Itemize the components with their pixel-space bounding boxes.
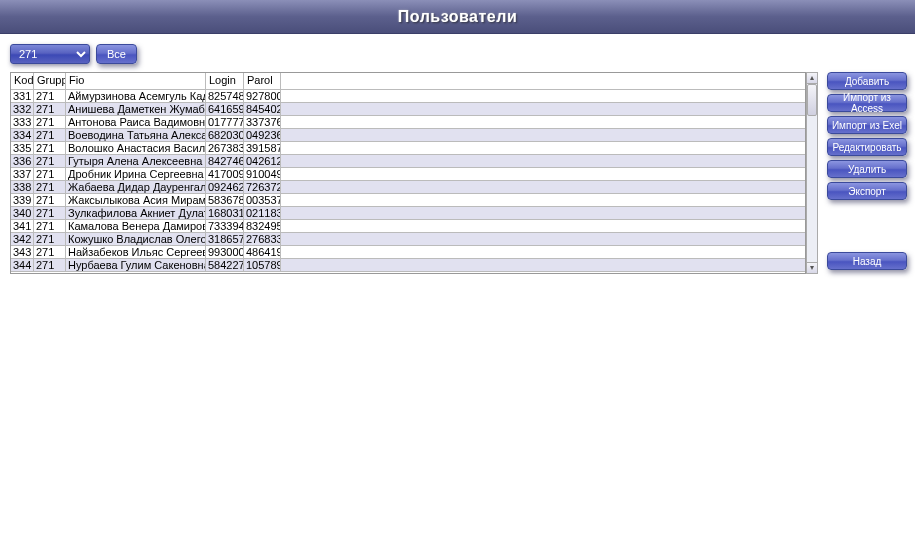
header-fio[interactable]: Fio [66, 73, 206, 89]
show-all-button[interactable]: Все [96, 44, 137, 64]
cell-kod[interactable]: 334 [11, 129, 34, 141]
table-row[interactable]: 335271Волошко Анастасия Васильевна267383… [11, 142, 805, 155]
cell-gruppa[interactable]: 271 [34, 142, 66, 154]
cell-fio[interactable]: Найзабеков Ильяс Сергеевич [66, 246, 206, 258]
header-gruppa[interactable]: Gruppa [34, 73, 66, 89]
scroll-thumb[interactable] [807, 84, 817, 116]
cell-login[interactable]: 82574803 [206, 90, 244, 102]
cell-gruppa[interactable]: 271 [34, 259, 66, 271]
table-row[interactable]: 338271Жабаева Дидар Дауренгалиевна092462… [11, 181, 805, 194]
table-row[interactable]: 343271Найзабеков Ильяс Сергеевич99300020… [11, 246, 805, 259]
import-access-button[interactable]: Импорт из Access [827, 94, 907, 112]
cell-fio[interactable]: Жабаева Дидар Дауренгалиевна [66, 181, 206, 193]
cell-parol[interactable]: 33737621 [244, 116, 281, 128]
cell-gruppa[interactable]: 271 [34, 233, 66, 245]
cell-kod[interactable]: 343 [11, 246, 34, 258]
cell-kod[interactable]: 341 [11, 220, 34, 232]
cell-kod[interactable]: 339 [11, 194, 34, 206]
cell-login[interactable]: 09246202 [206, 181, 244, 193]
cell-fio[interactable]: Камалова Венера Дамировна [66, 220, 206, 232]
cell-fio[interactable]: Антонова Раиса Вадимовна [66, 116, 206, 128]
edit-button[interactable]: Редактировать [827, 138, 907, 156]
header-parol[interactable]: Parol [244, 73, 281, 89]
cell-kod[interactable]: 338 [11, 181, 34, 193]
cell-fio[interactable]: Анишева Даметкен Жумабаевна [66, 103, 206, 115]
add-button[interactable]: Добавить [827, 72, 907, 90]
cell-fio[interactable]: Зулкафилова Акниет Дулатбековна [66, 207, 206, 219]
cell-gruppa[interactable]: 271 [34, 194, 66, 206]
table-body[interactable]: 331271Аймурзинова Асемгуль Кадыржановна8… [11, 90, 805, 273]
scroll-up-icon[interactable]: ▴ [806, 72, 818, 84]
cell-kod[interactable]: 333 [11, 116, 34, 128]
scroll-down-icon[interactable]: ▾ [806, 262, 818, 274]
cell-fio[interactable]: Гутыря Алена Алексеевна [66, 155, 206, 167]
cell-gruppa[interactable]: 271 [34, 103, 66, 115]
scroll-track-bar[interactable] [806, 84, 818, 262]
cell-kod[interactable]: 340 [11, 207, 34, 219]
table-row[interactable]: 342271Кожушко Владислав Олегович31865720… [11, 233, 805, 246]
cell-gruppa[interactable]: 271 [34, 90, 66, 102]
cell-login[interactable]: 16803120 [206, 207, 244, 219]
cell-kod[interactable]: 332 [11, 103, 34, 115]
cell-fio[interactable]: Аймурзинова Асемгуль Кадыржановна [66, 90, 206, 102]
cell-login[interactable]: 68203092 [206, 129, 244, 141]
scrollbar[interactable]: ▴ ▾ [806, 72, 818, 274]
cell-parol[interactable]: 48641978 [244, 246, 281, 258]
cell-gruppa[interactable]: 271 [34, 155, 66, 167]
group-filter-select[interactable]: 271 [10, 44, 90, 64]
cell-gruppa[interactable]: 271 [34, 246, 66, 258]
cell-gruppa[interactable]: 271 [34, 207, 66, 219]
table-row[interactable]: 331271Аймурзинова Асемгуль Кадыржановна8… [11, 90, 805, 103]
table-row[interactable]: 332271Анишева Даметкен Жумабаевна6416596… [11, 103, 805, 116]
cell-gruppa[interactable]: 271 [34, 220, 66, 232]
import-excel-button[interactable]: Импорт из Exel [827, 116, 907, 134]
back-button[interactable]: Назад [827, 252, 907, 270]
table-row[interactable]: 339271Жаксылыкова Асия Мирамхановна58367… [11, 194, 805, 207]
cell-fio[interactable]: Жаксылыкова Асия Мирамхановна [66, 194, 206, 206]
cell-parol[interactable]: 10578966 [244, 259, 281, 271]
delete-button[interactable]: Удалить [827, 160, 907, 178]
cell-login[interactable]: 64165962 [206, 103, 244, 115]
cell-kod[interactable]: 331 [11, 90, 34, 102]
cell-login[interactable]: 99300020 [206, 246, 244, 258]
cell-parol[interactable]: 04923696 [244, 129, 281, 141]
cell-kod[interactable]: 344 [11, 259, 34, 271]
table-row[interactable]: 340271Зулкафилова Акниет Дулатбековна168… [11, 207, 805, 220]
table-row[interactable]: 344271Нурбаева Гулим Сакеновна5842274810… [11, 259, 805, 272]
table-row[interactable]: 336271Гутыря Алена Алексеевна84274602042… [11, 155, 805, 168]
cell-login[interactable]: 58367820 [206, 194, 244, 206]
table-row[interactable]: 334271Воеводина Татьяна Александровна682… [11, 129, 805, 142]
cell-parol[interactable]: 27683371 [244, 233, 281, 245]
header-kod[interactable]: Kod [11, 73, 34, 89]
cell-gruppa[interactable]: 271 [34, 116, 66, 128]
cell-parol[interactable]: 02118302 [244, 207, 281, 219]
cell-fio[interactable]: Нурбаева Гулим Сакеновна [66, 259, 206, 271]
cell-parol[interactable]: 83249582 [244, 220, 281, 232]
cell-login[interactable]: 01777792 [206, 116, 244, 128]
cell-fio[interactable]: Кожушко Владислав Олегович [66, 233, 206, 245]
cell-parol[interactable]: 72637260 [244, 181, 281, 193]
cell-kod[interactable]: 337 [11, 168, 34, 180]
cell-kod[interactable]: 336 [11, 155, 34, 167]
cell-login[interactable]: 26738392 [206, 142, 244, 154]
table-row[interactable]: 341271Камалова Венера Дамировна733394208… [11, 220, 805, 233]
cell-parol[interactable]: 84540285 [244, 103, 281, 115]
cell-kod[interactable]: 342 [11, 233, 34, 245]
cell-parol[interactable]: 00353785 [244, 194, 281, 206]
table-row[interactable]: 333271Антонова Раиса Вадимовна0177779233… [11, 116, 805, 129]
cell-fio[interactable]: Воеводина Татьяна Александровна [66, 129, 206, 141]
header-login[interactable]: Login [206, 73, 244, 89]
cell-login[interactable]: 58422748 [206, 259, 244, 271]
cell-parol[interactable]: 39158754 [244, 142, 281, 154]
cell-login[interactable]: 84274602 [206, 155, 244, 167]
cell-gruppa[interactable]: 271 [34, 168, 66, 180]
cell-login[interactable]: 73339420 [206, 220, 244, 232]
export-button[interactable]: Экспорт [827, 182, 907, 200]
cell-fio[interactable]: Дробник Ирина Сергеевна [66, 168, 206, 180]
table-row[interactable]: 337271Дробник Ирина Сергеевна41700902910… [11, 168, 805, 181]
cell-parol[interactable]: 91004966 [244, 168, 281, 180]
cell-gruppa[interactable]: 271 [34, 181, 66, 193]
cell-gruppa[interactable]: 271 [34, 129, 66, 141]
cell-login[interactable]: 41700902 [206, 168, 244, 180]
cell-parol[interactable]: 92780049 [244, 90, 281, 102]
